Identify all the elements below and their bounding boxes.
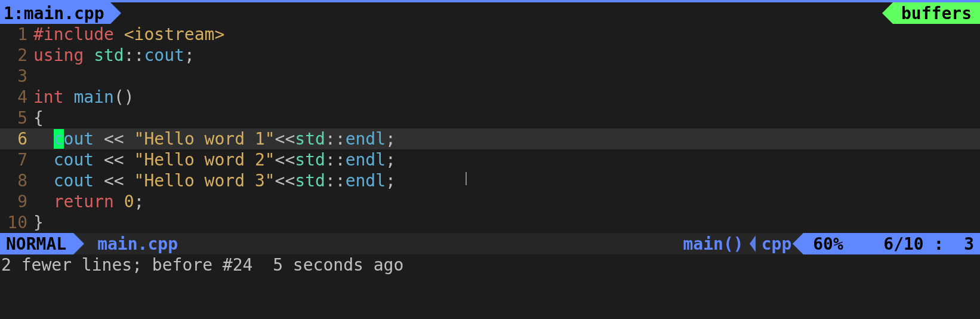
code-token [114, 192, 124, 211]
code-token [124, 129, 134, 149]
line-number: 6 [0, 128, 33, 149]
code-token: cout [54, 150, 94, 170]
code-content[interactable]: int main() [33, 87, 980, 108]
status-line: 6 [883, 234, 893, 254]
editor-area[interactable]: 1#include <iostream>2using std::cout;34i… [0, 24, 980, 233]
code-token: ; [386, 171, 396, 191]
code-line[interactable]: 7 cout << "Hello word 2"<<std::endl; [0, 149, 980, 170]
code-token [33, 192, 54, 211]
code-token: :: [124, 45, 144, 65]
code-content[interactable]: return 0; [33, 191, 980, 212]
code-line[interactable]: 3 [0, 66, 980, 87]
powerline-separator-icon [750, 235, 756, 252]
buffers-label: buffers [901, 3, 972, 24]
code-line[interactable]: 5{ [0, 108, 980, 128]
command-line: 2 fewer lines; before #24 5 seconds ago [0, 254, 980, 275]
code-line[interactable]: 2using std::cout; [0, 45, 980, 66]
code-token: << [275, 171, 295, 191]
code-content[interactable]: cout << "Hello word 1"<<std::endl; [33, 128, 980, 149]
status-filename: main.cpp [73, 234, 178, 254]
buffers-button[interactable]: buffers [893, 2, 980, 24]
code-content[interactable]: } [33, 212, 980, 233]
line-number: 1 [0, 24, 33, 45]
code-token: endl [346, 171, 386, 191]
tab-index: 1 [4, 3, 14, 24]
code-token: { [33, 108, 44, 128]
code-token: std [295, 150, 325, 170]
code-token: << [104, 150, 124, 170]
line-number: 2 [0, 45, 33, 66]
code-content[interactable] [33, 66, 980, 87]
status-total-lines: 10 [904, 234, 924, 254]
code-token [64, 87, 74, 107]
code-token: } [33, 213, 44, 232]
line-number: 9 [0, 191, 33, 212]
code-token: endl [346, 129, 386, 149]
code-token: std [94, 45, 124, 65]
tab-filename: main.cpp [24, 3, 104, 24]
status-context: main() [683, 234, 744, 254]
status-position: 60% 6/10 : 3 [803, 233, 980, 254]
tab-active[interactable]: 1: main.cpp [0, 2, 110, 24]
statusline: NORMAL main.cpp main() cpp 60% 6/10 : 3 [0, 233, 980, 254]
code-content[interactable]: cout << "Hello word 3"<<std::endl; [33, 170, 980, 191]
code-token: <iostream> [124, 24, 225, 44]
line-number: 7 [0, 149, 33, 170]
code-token: main [73, 87, 113, 107]
mouse-text-cursor-icon [466, 172, 467, 185]
code-line[interactable]: 9 return 0; [0, 191, 980, 212]
line-number: 4 [0, 87, 33, 108]
code-token: "Hello word 2" [134, 150, 275, 170]
code-token: () [114, 87, 134, 107]
code-token: ; [386, 129, 396, 149]
code-token [94, 171, 104, 191]
line-number: 8 [0, 170, 33, 191]
code-token: << [104, 129, 124, 149]
code-token: #include [33, 24, 114, 44]
cursor-block: c [54, 129, 64, 149]
code-line[interactable]: 4int main() [0, 87, 980, 108]
status-filetype: cpp [762, 234, 792, 254]
code-token: ; [184, 45, 195, 65]
code-token [94, 129, 104, 149]
mode-indicator: NORMAL [0, 233, 73, 254]
status-column: 3 [964, 234, 974, 254]
code-token: std [295, 171, 325, 191]
code-token: out [64, 129, 94, 149]
line-number: 3 [0, 66, 33, 87]
code-token [124, 171, 134, 191]
code-token: << [275, 150, 295, 170]
code-token: cout [54, 171, 94, 191]
code-token [33, 150, 54, 170]
code-content[interactable]: cout << "Hello word 2"<<std::endl; [33, 149, 980, 170]
code-line[interactable]: 1#include <iostream> [0, 24, 980, 45]
code-token: :: [325, 129, 346, 149]
code-content[interactable]: using std::cout; [33, 45, 980, 66]
code-token: << [104, 171, 124, 191]
code-token [114, 24, 124, 44]
code-token [33, 129, 54, 149]
line-number: 10 [0, 212, 33, 233]
cmdline-message: 2 fewer lines; before #24 5 seconds ago [1, 254, 403, 275]
code-token: cout [144, 45, 184, 65]
code-token: << [275, 129, 295, 149]
code-line-current[interactable]: 6 cout << "Hello word 1"<<std::endl; [0, 128, 980, 149]
code-token: using [33, 45, 84, 65]
code-token: std [295, 129, 325, 149]
code-line[interactable]: 10} [0, 212, 980, 233]
code-token: ; [134, 192, 144, 211]
code-token: int [33, 87, 64, 107]
code-token: "Hello word 1" [134, 129, 275, 149]
code-token: 0 [124, 192, 134, 211]
code-content[interactable]: { [33, 108, 980, 128]
status-percent: 60% [813, 234, 843, 254]
code-content[interactable]: #include <iostream> [33, 24, 980, 45]
code-line[interactable]: 8 cout << "Hello word 3"<<std::endl; [0, 170, 980, 191]
tabline: 1: main.cpp buffers [0, 2, 980, 24]
code-token [33, 171, 54, 191]
code-token [124, 150, 134, 170]
code-token: :: [325, 171, 346, 191]
line-number: 5 [0, 108, 33, 128]
code-token [94, 150, 104, 170]
code-token: "Hello word 3" [134, 171, 275, 191]
